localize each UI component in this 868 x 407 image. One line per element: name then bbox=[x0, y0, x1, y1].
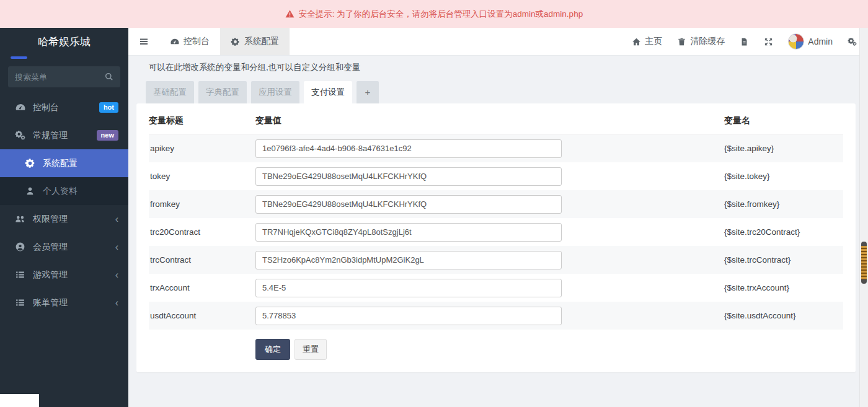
variable-value-input[interactable] bbox=[255, 223, 562, 242]
variable-name: {$site.usdtAccount} bbox=[724, 311, 843, 320]
page-scrollbar-thumb[interactable] bbox=[861, 242, 867, 284]
banner-text: 安全提示: 为了你的后台安全，请勿将后台管理入口设置为admin或admin.p… bbox=[299, 9, 583, 20]
sidebar-item-label: 游戏管理 bbox=[33, 269, 68, 281]
sidebar-item-label: 权限管理 bbox=[33, 214, 68, 225]
topbar-tab-label: 系统配置 bbox=[244, 36, 279, 47]
sidebar-item-general-manage[interactable]: 常规管理 new bbox=[0, 121, 128, 149]
content-area: 可以在此增改系统的变量和分组,也可以自定义分组和变量 基础配置 字典配置 应用设… bbox=[128, 56, 868, 407]
trash-icon bbox=[677, 37, 686, 46]
variable-title: trcContract bbox=[149, 255, 255, 265]
variable-name: {$site.trcContract} bbox=[724, 255, 843, 265]
tab-basic-config[interactable]: 基础配置 bbox=[146, 81, 194, 103]
security-banner: 安全提示: 为了你的后台安全，请勿将后台管理入口设置为admin或admin.p… bbox=[0, 0, 868, 28]
variable-title: trc20Contract bbox=[149, 227, 255, 237]
hamburger-icon bbox=[139, 37, 149, 46]
sidebar-item-permission-manage[interactable]: 权限管理 ‹ bbox=[0, 205, 128, 233]
column-header-name: 变量名 bbox=[724, 115, 843, 126]
variable-name: {$site.trc20Contract} bbox=[724, 227, 843, 237]
tab-dictionary-config[interactable]: 字典配置 bbox=[198, 81, 247, 103]
reset-button[interactable]: 重置 bbox=[294, 339, 327, 360]
config-tabs: 基础配置 字典配置 应用设置 支付设置 + bbox=[146, 81, 868, 103]
sidebar-item-profile[interactable]: 个人资料 bbox=[0, 177, 128, 205]
topbar-tab-system-config[interactable]: 系统配置 bbox=[220, 28, 290, 55]
clear-cache-button[interactable]: 清除缓存 bbox=[677, 36, 725, 47]
list-icon bbox=[15, 269, 25, 280]
variable-value-input[interactable] bbox=[255, 307, 562, 325]
chevron-left-icon: ‹ bbox=[115, 242, 118, 252]
fullscreen-button[interactable] bbox=[764, 37, 773, 46]
tab-app-settings[interactable]: 应用设置 bbox=[251, 81, 299, 103]
sidebar-item-dashboard[interactable]: 控制台 hot bbox=[0, 94, 128, 121]
scrollbar-thumb-grip bbox=[861, 246, 867, 279]
document-icon bbox=[740, 37, 749, 46]
sidebar-item-bill-manage[interactable]: 账单管理 ‹ bbox=[0, 289, 128, 317]
chevron-left-icon: ‹ bbox=[115, 214, 118, 224]
sidebar-item-member-manage[interactable]: 会员管理 ‹ bbox=[0, 233, 128, 261]
warning-icon bbox=[285, 9, 294, 19]
user-menu[interactable]: Admin bbox=[788, 33, 833, 50]
new-badge: new bbox=[97, 130, 118, 141]
variable-title: fromkey bbox=[149, 199, 255, 209]
table-header: 变量标题 变量值 变量名 bbox=[149, 107, 843, 134]
home-link[interactable]: 主页 bbox=[632, 36, 662, 47]
cogs-icon bbox=[15, 130, 25, 141]
sidebar-item-game-manage[interactable]: 游戏管理 ‹ bbox=[0, 261, 128, 289]
list-icon bbox=[15, 297, 25, 308]
sidebar: 哈希娱乐城 控制台 hot 常规管理 new 系统配置 bbox=[0, 28, 128, 407]
add-tab-button[interactable]: + bbox=[356, 81, 379, 103]
topbar-tab-dashboard[interactable]: 控制台 bbox=[159, 28, 220, 55]
gear-icon bbox=[25, 158, 35, 168]
sidebar-item-label: 会员管理 bbox=[33, 242, 68, 253]
gauge-icon bbox=[15, 102, 25, 113]
variable-name: {$site.fromkey} bbox=[724, 199, 843, 209]
gear-icon bbox=[231, 37, 240, 46]
tab-payment-settings[interactable]: 支付设置 bbox=[304, 81, 352, 103]
document-button[interactable] bbox=[740, 37, 749, 46]
cogs-icon bbox=[848, 37, 857, 46]
expand-icon bbox=[764, 37, 773, 46]
sidebar-item-label: 账单管理 bbox=[33, 297, 68, 309]
chevron-left-icon: ‹ bbox=[115, 298, 118, 308]
variable-value-input[interactable] bbox=[255, 167, 562, 186]
username-label: Admin bbox=[808, 37, 833, 46]
sidebar-scroll-indicator bbox=[11, 56, 27, 59]
page-description: 可以在此增改系统的变量和分组,也可以自定义分组和变量 bbox=[149, 62, 868, 73]
sidebar-item-label: 控制台 bbox=[33, 102, 59, 113]
variable-name: {$site.trxAccount} bbox=[724, 283, 843, 292]
scrollbar-thumb-cap bbox=[861, 242, 867, 246]
variable-value-input[interactable] bbox=[255, 251, 562, 269]
settings-button[interactable] bbox=[848, 37, 857, 46]
sidebar-submenu: 系统配置 个人资料 bbox=[0, 149, 128, 205]
menu-search-input[interactable] bbox=[8, 66, 120, 87]
table-row: tokey {$site.tokey} bbox=[149, 162, 843, 190]
avatar bbox=[788, 33, 804, 50]
page-scrollbar-track[interactable] bbox=[859, 28, 868, 407]
bottom-left-overlay bbox=[0, 394, 39, 407]
table-row: trcContract {$site.trcContract} bbox=[149, 246, 843, 274]
chevron-left-icon: ‹ bbox=[115, 270, 118, 280]
table-row: apikey {$site.apikey} bbox=[149, 134, 843, 162]
app-title: 哈希娱乐城 bbox=[0, 28, 128, 56]
sidebar-item-system-config[interactable]: 系统配置 bbox=[0, 149, 128, 177]
users-icon bbox=[15, 214, 25, 224]
variable-value-input[interactable] bbox=[255, 195, 562, 214]
table-row: trc20Contract {$site.trc20Contract} bbox=[149, 218, 843, 246]
sidebar-item-label: 个人资料 bbox=[43, 186, 78, 197]
variable-value-input[interactable] bbox=[255, 279, 562, 297]
variable-title: usdtAccount bbox=[149, 311, 255, 320]
variable-title: trxAccount bbox=[149, 283, 255, 292]
submit-button[interactable]: 确定 bbox=[255, 339, 290, 360]
column-header-value: 变量值 bbox=[255, 115, 724, 126]
config-card: 变量标题 变量值 变量名 apikey {$site.apikey} tokey… bbox=[136, 103, 856, 372]
topbar-tab-label: 控制台 bbox=[184, 36, 210, 47]
sidebar-item-label: 常规管理 bbox=[33, 130, 68, 141]
table-body: apikey {$site.apikey} tokey {$site.tokey… bbox=[149, 134, 843, 330]
variable-value-input[interactable] bbox=[255, 139, 562, 158]
column-header-title: 变量标题 bbox=[149, 115, 255, 126]
sidebar-menu: 控制台 hot 常规管理 new 系统配置 个人资料 权限管 bbox=[0, 94, 128, 317]
sidebar-toggle-button[interactable] bbox=[128, 28, 159, 55]
scrollbar-thumb-cap bbox=[861, 279, 867, 284]
variable-name: {$site.apikey} bbox=[724, 144, 843, 153]
table-row: usdtAccount {$site.usdtAccount} bbox=[149, 302, 843, 330]
table-row: trxAccount {$site.trxAccount} bbox=[149, 274, 843, 302]
